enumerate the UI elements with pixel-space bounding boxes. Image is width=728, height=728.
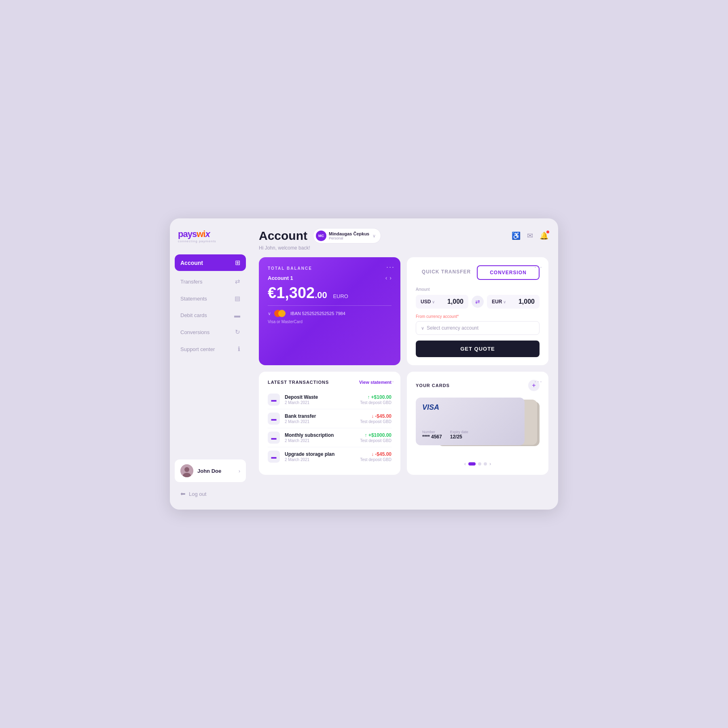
transaction-amount-col: ↓ -$45.00 Test deposit GBD	[360, 451, 392, 462]
avatar	[180, 464, 193, 477]
from-currency-select[interactable]: USD ∨	[421, 299, 435, 305]
transaction-name: Upgrade storage plan	[285, 451, 355, 457]
transactions-card-menu[interactable]: ···	[386, 377, 395, 386]
chevron-down-icon: ∨	[421, 326, 424, 331]
cards-widget-menu[interactable]: ···	[534, 377, 543, 386]
accessibility-icon[interactable]: ♿	[512, 231, 521, 240]
profile-chip-info: Mindaugas Čepkus Personal	[329, 231, 369, 240]
transaction-description: Test deposit GBD	[360, 457, 392, 462]
transaction-icon: ▬	[268, 432, 280, 444]
mail-icon[interactable]: ✉	[527, 231, 533, 240]
total-balance-label: TOTAL BALANCE	[268, 266, 392, 271]
from-account-label: From currency account*	[416, 314, 540, 319]
sidebar-item-account[interactable]: Account ⊞	[175, 254, 246, 271]
transaction-icon: ▬	[268, 394, 280, 406]
account-navigation: ‹ ›	[385, 275, 392, 281]
transactions-card: ··· LATEST TRANSACTIONS View statement ▬…	[259, 372, 400, 475]
get-quote-button[interactable]: GET QUOTE	[416, 341, 540, 357]
transaction-date: 2 March 2021	[285, 438, 355, 443]
header: Account MC Mindaugas Čepkus Personal ∨ ♿…	[259, 228, 548, 243]
header-icons: ♿ ✉ 🔔	[512, 231, 548, 240]
transaction-description: Test deposit GBD	[360, 400, 392, 405]
transaction-amount-col: ↑ +$1000.00 Test deposit GBD	[360, 432, 392, 443]
table-row: ▬ Upgrade storage plan 2 March 2021 ↓ -$…	[268, 447, 392, 466]
chevron-down-icon: ∨	[372, 233, 376, 239]
transaction-name: Bank transfer	[285, 413, 355, 419]
card-divider	[268, 305, 392, 306]
main-content: Account MC Mindaugas Čepkus Personal ∨ ♿…	[251, 218, 558, 510]
transaction-amount: ↓ -$45.00	[360, 413, 392, 419]
transaction-name: Monthly subscription	[285, 432, 355, 438]
card-prev-button[interactable]: ‹	[464, 461, 466, 467]
app-container: payswix connecting payments Account ⊞ Tr…	[170, 218, 558, 510]
transaction-amount: ↑ +$100.00	[360, 394, 392, 400]
conversion-card-menu[interactable]: ···	[534, 263, 543, 271]
debit-card-icon: ▬	[234, 312, 240, 319]
transaction-info: Bank transfer 2 March 2021	[285, 413, 355, 424]
profile-chip[interactable]: MC Mindaugas Čepkus Personal ∨	[313, 228, 381, 243]
pagination-dot-2[interactable]	[478, 462, 481, 466]
chevron-down-icon: ∨	[503, 300, 506, 304]
table-row: ▬ Monthly subscription 2 March 2021 ↑ +$…	[268, 428, 392, 447]
sidebar-item-statements[interactable]: Statements ▤	[170, 290, 251, 307]
account-next-icon[interactable]: ›	[389, 275, 392, 281]
balance-card: ··· TOTAL BALANCE Account 1 ‹ › €1,302.0…	[259, 257, 400, 365]
user-profile-card[interactable]: John Doe ›	[175, 459, 246, 482]
welcome-message: Hi John, welcome back!	[259, 245, 548, 251]
card-number-detail: Number **** 4567	[422, 430, 442, 440]
profile-chip-avatar: MC	[316, 231, 326, 241]
transaction-date: 2 March 2021	[285, 419, 355, 424]
logo-brand: payswix	[178, 230, 243, 239]
transaction-description: Test deposit GBD	[360, 438, 392, 443]
transactions-title: LATEST TRANSACTIONS	[268, 380, 329, 385]
to-currency-input: EUR ∨ 1,000	[487, 295, 540, 309]
svg-point-1	[184, 467, 189, 472]
notification-dot	[546, 231, 549, 233]
sidebar-item-debit-cards[interactable]: Debit cards ▬	[170, 307, 251, 323]
visa-logo: VISA	[422, 403, 518, 412]
from-currency-input: USD ∨ 1,000	[416, 295, 468, 309]
tab-quick-transfer[interactable]: QUICK TRANSFER	[416, 265, 477, 280]
transaction-info: Deposit Waste 2 March 2021	[285, 394, 355, 405]
transaction-icon: ▬	[268, 451, 280, 463]
card-next-button[interactable]: ›	[489, 461, 491, 467]
to-amount-value: 1,000	[518, 298, 535, 305]
currency-account-select[interactable]: ∨ Select currency account	[416, 321, 540, 335]
card-type-label: Visa or MasterCard	[268, 320, 392, 324]
card-expiry-detail: Expiry date 12/25	[450, 430, 468, 440]
sidebar-item-transfers[interactable]: Transfers ⇄	[170, 273, 251, 290]
logout-icon: ⬅	[180, 490, 186, 497]
conversion-tabs: QUICK TRANSFER CONVERSION	[416, 265, 540, 280]
transfers-icon: ⇄	[235, 278, 240, 285]
to-currency-select[interactable]: EUR ∨	[492, 299, 506, 305]
tab-conversion[interactable]: CONVERSION	[477, 265, 540, 280]
swap-button[interactable]: ⇄	[472, 296, 484, 308]
transaction-description: Test deposit GBD	[360, 419, 392, 424]
account-prev-icon[interactable]: ‹	[385, 275, 387, 281]
sidebar-item-support[interactable]: Support center ℹ	[170, 341, 251, 357]
card-details: Number **** 4567 Expiry date 12/25	[422, 430, 518, 440]
transaction-info: Monthly subscription 2 March 2021	[285, 432, 355, 443]
account-name: Account 1	[268, 275, 293, 281]
content-grid: ··· TOTAL BALANCE Account 1 ‹ › €1,302.0…	[259, 257, 548, 475]
transaction-date: 2 March 2021	[285, 457, 355, 462]
balance-amount: €1,302.00 EURO	[268, 285, 392, 301]
transaction-amount-col: ↓ -$45.00 Test deposit GBD	[360, 413, 392, 424]
transactions-header: LATEST TRANSACTIONS View statement	[268, 380, 392, 385]
transaction-amount: ↓ -$45.00	[360, 451, 392, 457]
logo: payswix connecting payments	[170, 230, 251, 254]
visa-card-front: VISA Number **** 4567 Expiry date 12/25	[416, 398, 525, 445]
chevron-down-small-icon: ∨	[268, 311, 271, 316]
notifications-icon[interactable]: 🔔	[540, 231, 548, 240]
sidebar-item-conversions[interactable]: Conversions ↻	[170, 324, 251, 340]
balance-card-menu[interactable]: ···	[386, 263, 395, 271]
statements-icon: ▤	[235, 295, 240, 302]
transaction-name: Deposit Waste	[285, 394, 355, 400]
card-pagination: ‹ ›	[416, 461, 540, 467]
logout-button[interactable]: ⬅ Log out	[170, 486, 251, 502]
pagination-dot-3[interactable]	[484, 462, 487, 466]
sidebar: payswix connecting payments Account ⊞ Tr…	[170, 218, 251, 510]
amount-row: USD ∨ 1,000 ⇄ EUR ∨ 1,000	[416, 295, 540, 309]
pagination-dot-1[interactable]	[468, 462, 476, 466]
table-row: ▬ Bank transfer 2 March 2021 ↓ -$45.00 T…	[268, 409, 392, 428]
